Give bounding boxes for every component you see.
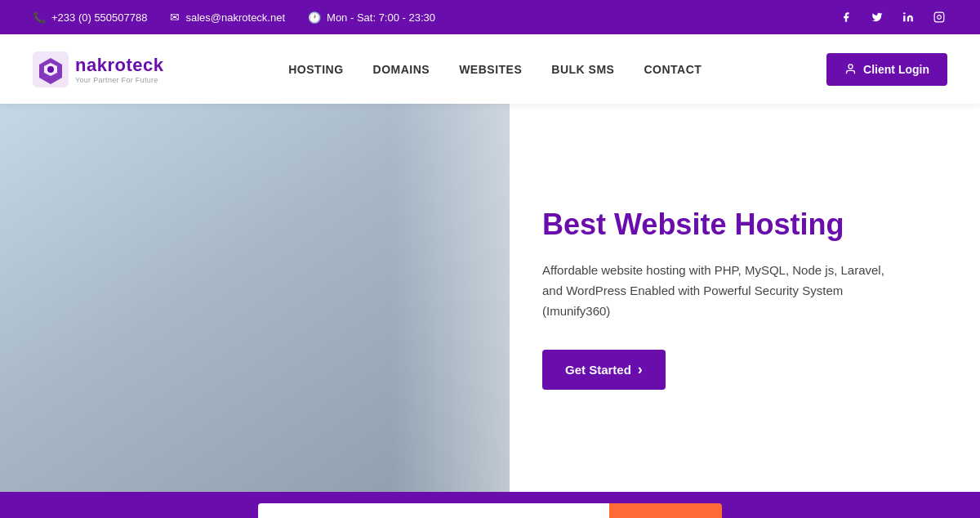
phone-number: +233 (0) 550507788 [51,11,147,24]
email-icon: ✉ [170,11,180,24]
email-address: sales@nakroteck.net [185,11,285,24]
svg-point-0 [903,12,905,14]
instagram-icon[interactable] [931,9,947,25]
brand-name: nakroteck [75,55,163,76]
linkedin-icon[interactable] [900,9,916,25]
top-bar-contact-info: 📞 +233 (0) 550507788 ✉ sales@nakroteck.n… [33,11,435,24]
nav-link-contact[interactable]: CONTACT [644,63,702,76]
get-started-label: Get Started [565,363,631,377]
nav-item-websites[interactable]: WEBSITES [459,62,522,77]
client-login-button[interactable]: Client Login [826,53,947,86]
user-icon [844,63,857,75]
phone-info: 📞 +233 (0) 550507788 [33,11,147,24]
nav-item-hosting[interactable]: HOSTING [288,62,343,77]
client-login-label: Client Login [863,63,929,76]
hours-info: 🕐 Mon - Sat: 7:00 - 23:30 [308,11,435,24]
clock-icon: 🕐 [308,11,321,24]
twitter-icon[interactable] [869,9,885,25]
brand-tagline: Your Partner For Future [75,76,163,84]
hero-content: Best Website Hosting Affordable website … [510,104,980,492]
business-hours: Mon - Sat: 7:00 - 23:30 [327,11,435,24]
nav-item-bulk-sms[interactable]: BULK SMS [551,62,614,77]
top-bar: 📞 +233 (0) 550507788 ✉ sales@nakroteck.n… [0,0,980,34]
logo[interactable]: nakroteck Your Partner For Future [33,51,163,87]
nav-item-contact[interactable]: CONTACT [644,62,702,77]
social-links [838,9,947,25]
phone-icon: 📞 [33,11,46,24]
hero-description: Affordable website hosting with PHP, MyS… [542,261,885,321]
logo-icon [33,51,69,87]
nav-link-websites[interactable]: WEBSITES [459,63,522,76]
get-started-button[interactable]: Get Started › [542,350,666,390]
domain-search-button[interactable]: SEARCH [609,503,722,518]
logo-text: nakroteck Your Partner For Future [75,55,163,84]
nav-link-hosting[interactable]: HOSTING [288,63,343,76]
hero-title: Best Website Hosting [542,206,931,243]
svg-rect-1 [934,12,944,22]
nav-link-domains[interactable]: DOMAINS [373,63,430,76]
nav-menu: HOSTING DOMAINS WEBSITES BULK SMS CONTAC… [288,62,702,77]
facebook-icon[interactable] [838,9,854,25]
email-info: ✉ sales@nakroteck.net [170,11,285,24]
nav-item-domains[interactable]: DOMAINS [373,62,430,77]
domain-search-input[interactable] [258,503,609,518]
nav-link-bulk-sms[interactable]: BULK SMS [551,63,614,76]
arrow-icon: › [638,361,643,378]
hero-section: Best Website Hosting Affordable website … [0,104,980,492]
domain-search-bar: SEARCH [0,492,980,518]
navbar: nakroteck Your Partner For Future HOSTIN… [0,34,980,104]
svg-point-4 [47,66,54,73]
svg-point-5 [849,65,853,69]
